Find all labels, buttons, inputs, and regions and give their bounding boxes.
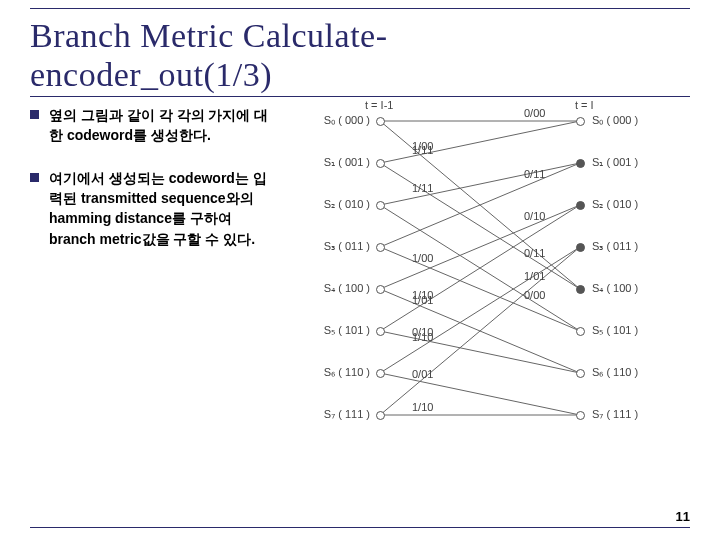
edge-label: 0/00 <box>524 107 545 119</box>
diagram-column: t = I-1 t = I S₀ ( 000 )S₁ ( 001 )S₂ ( 0… <box>285 105 690 471</box>
edge-label: 0/11 <box>524 247 545 259</box>
trellis-diagram: t = I-1 t = I S₀ ( 000 )S₁ ( 001 )S₂ ( 0… <box>290 101 670 471</box>
content-row: 옆의 그림과 같이 각 각의 가지에 대한 codeword를 생성한다. 여기… <box>30 105 690 471</box>
edge-label: 1/10 <box>412 401 433 413</box>
state-label-right: S₃ ( 011 ) <box>592 240 638 253</box>
slide-title: Branch Metric Calculate- encoder_out(1/3… <box>30 16 690 94</box>
trellis-edge <box>380 163 580 205</box>
rule-bottom <box>30 527 690 528</box>
edge-label: 1/01 <box>524 270 545 282</box>
title-line1: Branch Metric Calculate- <box>30 17 388 54</box>
trellis-edge <box>380 247 580 373</box>
state-label-left: S₆ ( 110 ) <box>324 366 370 379</box>
title-line2: encoder_out(1/3) <box>30 56 272 93</box>
edge-label: 0/00 <box>524 289 545 301</box>
state-label-right: S₂ ( 010 ) <box>592 198 638 211</box>
trellis-edge <box>380 373 580 415</box>
edge-label: 1/10 <box>412 289 433 301</box>
state-label-right: S₄ ( 100 ) <box>592 282 638 295</box>
trellis-edge <box>380 163 580 247</box>
edge-label: 1/11 <box>412 182 433 194</box>
page-number: 11 <box>676 509 690 524</box>
trellis-edge <box>380 331 580 373</box>
rule-top <box>30 8 690 9</box>
state-label-left: S₃ ( 011 ) <box>324 240 370 253</box>
state-label-right: S₁ ( 001 ) <box>592 156 638 169</box>
bullet-square-icon <box>30 110 39 119</box>
trellis-edge <box>380 205 580 289</box>
bullet-column: 옆의 그림과 같이 각 각의 가지에 대한 codeword를 생성한다. 여기… <box>30 105 285 471</box>
state-label-right: S₇ ( 111 ) <box>592 408 638 421</box>
state-label-left: S₄ ( 100 ) <box>324 282 370 295</box>
state-label-right: S₅ ( 101 ) <box>592 324 638 337</box>
trellis-edge <box>380 163 580 289</box>
edge-label: 0/01 <box>412 368 433 380</box>
bullet-text: 옆의 그림과 같이 각 각의 가지에 대한 codeword를 생성한다. <box>49 105 275 146</box>
state-label-left: S₀ ( 000 ) <box>324 114 370 127</box>
slide: Branch Metric Calculate- encoder_out(1/3… <box>0 0 720 540</box>
rule-under-title <box>30 96 690 97</box>
bullet-square-icon <box>30 173 39 182</box>
bullet-item: 옆의 그림과 같이 각 각의 가지에 대한 codeword를 생성한다. <box>30 105 275 146</box>
edge-label: 1/10 <box>412 331 433 343</box>
edge-label: 1/00 <box>412 140 433 152</box>
trellis-edge <box>380 247 580 331</box>
state-label-left: S₇ ( 111 ) <box>324 408 370 421</box>
trellis-edge <box>380 247 580 415</box>
state-label-right: S₆ ( 110 ) <box>592 366 638 379</box>
state-label-right: S₀ ( 000 ) <box>592 114 638 127</box>
bullet-text: 여기에서 생성되는 codeword는 입력된 transmitted sequ… <box>49 168 275 249</box>
state-label-left: S₅ ( 101 ) <box>324 324 370 337</box>
edge-label: 0/10 <box>524 210 545 222</box>
edge-label: 1/00 <box>412 252 433 264</box>
state-label-left: S₁ ( 001 ) <box>324 156 370 169</box>
trellis-edge <box>380 121 580 163</box>
edge-label: 0/11 <box>524 168 545 180</box>
bullet-item: 여기에서 생성되는 codeword는 입력된 transmitted sequ… <box>30 168 275 249</box>
state-label-left: S₂ ( 010 ) <box>324 198 370 211</box>
